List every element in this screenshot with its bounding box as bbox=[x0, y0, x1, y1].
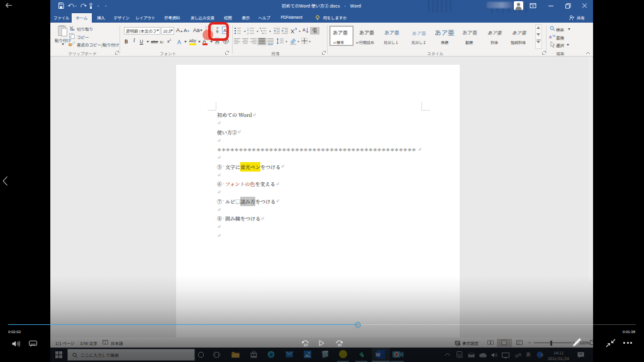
svg-text:1: 1 bbox=[247, 27, 249, 30]
svg-text:a: a bbox=[549, 35, 552, 39]
svg-text:A: A bbox=[303, 28, 306, 32]
svg-text:10: 10 bbox=[303, 343, 308, 347]
svg-text:X: X bbox=[291, 28, 294, 35]
svg-text:2: 2 bbox=[247, 32, 249, 35]
svg-text:30: 30 bbox=[337, 343, 341, 347]
svg-text:W: W bbox=[375, 352, 380, 358]
